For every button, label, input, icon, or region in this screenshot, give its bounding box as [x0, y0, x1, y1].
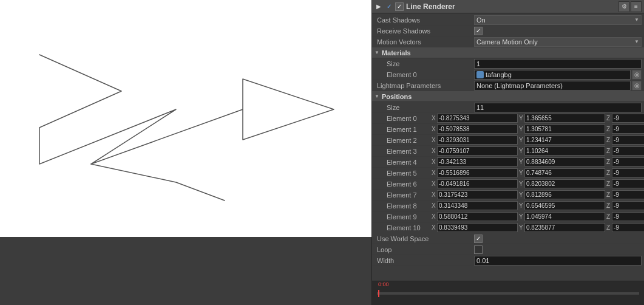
position-element-4-y-input[interactable] — [524, 157, 605, 166]
position-element-6-y-input[interactable] — [524, 179, 605, 188]
position-element-5-y-input[interactable] — [524, 168, 605, 177]
materials-size-input[interactable] — [474, 59, 642, 69]
timeline-bar[interactable]: 0:00 — [372, 281, 644, 305]
motion-vectors-dropdown[interactable]: Camera Motion Only ▼ — [474, 37, 642, 47]
position-element-0-y-input[interactable] — [524, 114, 605, 123]
position-element-1-row: Element 1XYZ — [372, 124, 644, 135]
lightmap-name: None (Lightmap Parameters) — [476, 82, 563, 89]
materials-section-header[interactable]: ▼ Materials — [372, 47, 644, 58]
timeline-marker: 0:00 — [378, 290, 379, 297]
svg-rect-0 — [0, 0, 371, 237]
cast-shadows-dropdown[interactable]: On ▼ — [474, 15, 642, 25]
materials-size-value[interactable] — [474, 59, 642, 69]
more-button[interactable]: ≡ — [631, 1, 642, 12]
position-element-0-z-input[interactable] — [612, 114, 644, 123]
timeline-track[interactable]: 0:00 — [377, 292, 639, 295]
position-element-2-z-input[interactable] — [612, 135, 644, 145]
positions-size-input[interactable] — [474, 103, 642, 112]
use-world-space-checkbox[interactable]: ✓ — [474, 235, 483, 243]
position-element-4-label: Element 4 — [377, 159, 432, 166]
positions-size-label: Size — [377, 104, 474, 111]
position-element-2-y-input[interactable] — [524, 135, 605, 145]
position-element-2-x-input[interactable] — [437, 135, 518, 145]
width-value[interactable] — [474, 256, 642, 266]
motion-vectors-value[interactable]: Camera Motion Only ▼ — [474, 37, 642, 47]
position-element-5-y-field: Y — [519, 168, 605, 177]
position-element-6-x-input[interactable] — [437, 179, 518, 188]
position-element-10-row: Element 10XYZ — [372, 222, 644, 233]
y-axis-label: Y — [519, 170, 524, 176]
y-axis-label: Y — [519, 148, 524, 154]
position-element-6-z-input[interactable] — [612, 179, 644, 188]
loop-checkbox[interactable] — [474, 245, 483, 254]
inspector-body[interactable]: Cast Shadows On ▼ Receive Shadows ✓ Moti… — [372, 13, 644, 281]
position-element-1-z-input[interactable] — [612, 125, 644, 134]
position-element-3-z-field: Z — [606, 146, 644, 156]
position-element-9-x-input[interactable] — [437, 212, 518, 221]
position-element-5-z-input[interactable] — [612, 168, 644, 177]
positions-size-value[interactable] — [474, 103, 642, 112]
component-toggle[interactable]: ✓ — [395, 2, 404, 11]
materials-section-label: Materials — [382, 49, 411, 57]
position-element-5-z-field: Z — [606, 168, 644, 177]
position-element-7-y-input[interactable] — [524, 190, 605, 199]
position-element-8-z-input[interactable] — [612, 201, 644, 210]
position-element-9-y-input[interactable] — [524, 212, 605, 221]
x-axis-label: X — [432, 191, 436, 198]
z-axis-label: Z — [606, 148, 611, 154]
material-select-button[interactable]: ◎ — [632, 70, 642, 80]
position-element-0-label: Element 0 — [377, 115, 432, 122]
position-element-3-x-field: X — [432, 146, 518, 156]
x-axis-label: X — [432, 213, 436, 220]
motion-vectors-dropdown-text: Camera Motion Only — [476, 38, 538, 46]
z-axis-label: Z — [606, 159, 611, 165]
loop-row: Loop — [372, 244, 644, 255]
cast-shadows-value[interactable]: On ▼ — [474, 15, 642, 25]
position-element-7-x-input[interactable] — [437, 190, 518, 199]
receive-shadows-checkbox[interactable]: ✓ — [474, 27, 483, 35]
position-element-9-z-input[interactable] — [612, 212, 644, 221]
position-element-3-fields: XYZ — [432, 146, 644, 156]
position-element-4-row: Element 4XYZ — [372, 157, 644, 168]
position-element-9-label: Element 9 — [377, 213, 432, 221]
y-axis-label: Y — [519, 180, 524, 187]
position-element-3-y-input[interactable] — [524, 146, 605, 156]
position-element-1-x-input[interactable] — [437, 125, 518, 134]
position-element-0-x-input[interactable] — [437, 114, 518, 123]
position-element-4-z-input[interactable] — [612, 157, 644, 166]
position-element-8-z-field: Z — [606, 201, 644, 210]
positions-arrow: ▼ — [375, 94, 379, 99]
position-element-1-y-input[interactable] — [524, 125, 605, 134]
position-element-5-x-input[interactable] — [437, 168, 518, 177]
position-element-4-x-input[interactable] — [437, 157, 518, 166]
position-element-8-y-input[interactable] — [524, 201, 605, 210]
position-element-10-x-input[interactable] — [437, 223, 518, 232]
position-element-8-y-field: Y — [519, 201, 605, 210]
receive-shadows-label: Receive Shadows — [377, 27, 474, 35]
position-element-3-z-input[interactable] — [612, 146, 644, 156]
position-element-8-x-input[interactable] — [437, 201, 518, 210]
position-element-2-x-field: X — [432, 135, 518, 145]
check-icon[interactable]: ✓ — [385, 2, 393, 11]
width-row: Width — [372, 255, 644, 266]
position-element-10-label: Element 10 — [377, 224, 432, 231]
width-input[interactable] — [474, 256, 642, 266]
position-element-10-z-input[interactable] — [612, 223, 644, 232]
position-element-4-y-field: Y — [519, 157, 605, 166]
materials-element0-value: tafangbg ◎ — [474, 70, 642, 80]
position-element-6-label: Element 6 — [377, 180, 432, 188]
lightmap-select-button[interactable]: ◎ — [632, 81, 642, 91]
positions-section-header[interactable]: ▼ Positions — [372, 91, 644, 102]
position-element-1-fields: XYZ — [432, 125, 644, 134]
position-element-3-x-input[interactable] — [437, 146, 518, 156]
position-element-7-z-input[interactable] — [612, 190, 644, 199]
y-axis-label: Y — [519, 213, 524, 220]
position-element-10-y-input[interactable] — [524, 223, 605, 232]
settings-button[interactable]: ⚙ — [619, 1, 629, 12]
position-element-3-y-field: Y — [519, 146, 605, 156]
x-axis-label: X — [432, 180, 436, 187]
motion-vectors-row: Motion Vectors Camera Motion Only ▼ — [372, 36, 644, 47]
lightmap-field: None (Lightmap Parameters) — [474, 81, 631, 91]
position-element-7-row: Element 7XYZ — [372, 190, 644, 200]
expand-icon[interactable]: ▶ — [375, 2, 383, 11]
